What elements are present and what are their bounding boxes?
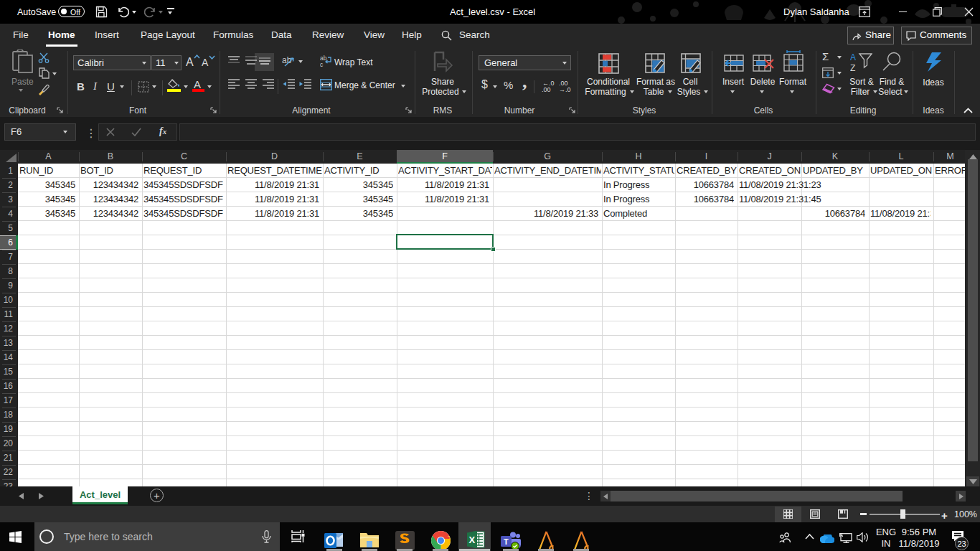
svg-text:T: T <box>504 537 509 546</box>
svg-text:→.0: →.0 <box>559 86 571 93</box>
svg-text:Z: Z <box>850 63 855 72</box>
svg-text:A: A <box>850 52 856 62</box>
svg-text:.00: .00 <box>542 86 551 93</box>
svg-text:X: X <box>469 534 476 545</box>
